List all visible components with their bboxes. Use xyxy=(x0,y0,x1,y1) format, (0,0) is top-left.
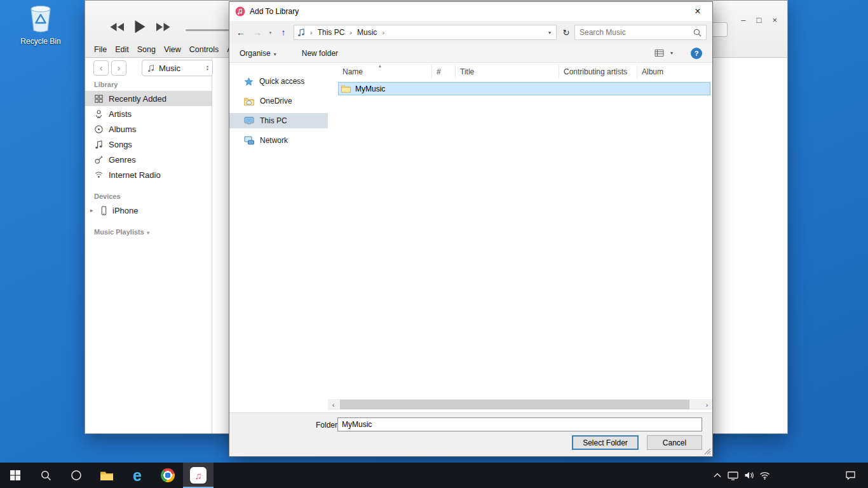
music-note-icon xyxy=(147,64,154,72)
dialog-navigation-bar: ← → ▾ ↑ › This PC › Music › ▾ ↻ Search M… xyxy=(229,21,712,44)
volume-icon[interactable] xyxy=(741,471,757,480)
back-button[interactable]: ← xyxy=(233,27,248,37)
view-options-button[interactable]: ▾ xyxy=(654,49,673,57)
sidebar-item-recently-added[interactable]: Recently Added xyxy=(85,91,212,106)
new-folder-button[interactable]: New folder xyxy=(302,49,338,58)
volume-slider[interactable] xyxy=(186,29,229,31)
column-album[interactable]: Album xyxy=(637,65,710,79)
chevron-down-icon: ▾ xyxy=(274,51,276,57)
sidebar-item-artists[interactable]: Artists xyxy=(85,106,212,121)
menu-view[interactable]: View xyxy=(164,45,181,54)
scroll-left-icon[interactable]: ‹ xyxy=(328,401,339,409)
display-icon[interactable] xyxy=(725,471,741,480)
sort-ascending-icon: ▴ xyxy=(379,63,381,69)
expander-icon[interactable]: ▸ xyxy=(90,207,95,214)
nav-item-this-pc[interactable]: This PC xyxy=(229,113,328,128)
help-button[interactable]: ? xyxy=(691,48,702,59)
column-title[interactable]: Title xyxy=(456,65,559,79)
computer-icon xyxy=(244,116,254,125)
dialog-body: Quick access OneDrive xyxy=(229,63,712,412)
system-tray xyxy=(709,463,868,488)
itunes-app-icon xyxy=(235,6,245,17)
internet-explorer-button[interactable]: e xyxy=(122,463,153,488)
scrollbar-thumb[interactable] xyxy=(340,400,689,409)
refresh-button[interactable]: ↻ xyxy=(559,28,573,37)
action-center-button[interactable] xyxy=(835,471,865,480)
sidebar-item-internet-radio[interactable]: Internet Radio xyxy=(85,167,212,182)
menu-controls[interactable]: Controls xyxy=(189,45,219,54)
column-number[interactable]: # xyxy=(432,65,456,79)
maximize-icon[interactable]: □ xyxy=(757,15,762,25)
recent-locations-dropdown[interactable]: ▾ xyxy=(266,30,275,36)
hidden-icons-chevron[interactable] xyxy=(709,473,725,478)
scroll-right-icon[interactable]: › xyxy=(702,401,712,409)
next-button[interactable] xyxy=(156,22,171,32)
start-button[interactable] xyxy=(0,463,31,488)
network-wifi-icon[interactable] xyxy=(757,471,773,480)
dialog-command-bar: Organise▾ New folder ▾ ? xyxy=(229,44,712,63)
play-button[interactable] xyxy=(134,20,146,34)
minimize-icon[interactable]: – xyxy=(741,15,745,25)
folder-icon xyxy=(341,85,351,93)
address-dropdown-icon[interactable]: ▾ xyxy=(548,30,553,36)
menu-file[interactable]: File xyxy=(94,45,107,54)
sidebar-item-songs[interactable]: Songs xyxy=(85,137,212,152)
sidebar-item-albums[interactable]: Albums xyxy=(85,121,212,137)
menu-song[interactable]: Song xyxy=(137,45,156,54)
column-headers: ▴ Name # Title Contributing artists Albu… xyxy=(338,65,710,79)
scrollbar-track[interactable] xyxy=(339,399,702,410)
microphone-icon xyxy=(94,109,104,119)
recycle-bin-label: Recycle Bin xyxy=(18,37,64,46)
breadcrumb-separator: › xyxy=(305,29,318,36)
song-note-icon xyxy=(94,140,104,149)
itunes-sidebar: ‹ › Music ▴▾ xyxy=(85,58,212,433)
resize-grip[interactable] xyxy=(704,448,711,455)
horizontal-scrollbar[interactable]: ‹ › xyxy=(328,399,712,410)
menu-edit[interactable]: Edit xyxy=(115,45,129,54)
file-explorer-button[interactable] xyxy=(92,463,122,488)
file-row-mymusic[interactable]: MyMusic xyxy=(338,82,710,95)
taskbar-search-button[interactable] xyxy=(31,463,61,488)
organise-menu[interactable]: Organise▾ xyxy=(240,49,276,58)
taskbar: e ♫ xyxy=(0,463,868,488)
search-box[interactable]: Search Music xyxy=(574,25,707,40)
cancel-button[interactable]: Cancel xyxy=(647,435,702,450)
file-list: ▴ Name # Title Contributing artists Albu… xyxy=(328,63,712,412)
previous-button[interactable] xyxy=(109,22,125,32)
nav-item-onedrive[interactable]: OneDrive xyxy=(229,93,328,109)
breadcrumb-music[interactable]: Music xyxy=(357,28,377,37)
network-icon xyxy=(244,136,254,145)
recycle-bin-glyph xyxy=(28,4,53,33)
grid-icon xyxy=(94,94,104,104)
devices-header: Devices xyxy=(85,193,212,203)
windows-logo-icon xyxy=(10,470,20,480)
dialog-close-button[interactable]: × xyxy=(683,2,712,21)
close-icon[interactable]: × xyxy=(772,15,777,25)
chrome-button[interactable] xyxy=(153,463,183,488)
select-folder-button[interactable]: Select Folder xyxy=(572,435,639,450)
itunes-forward-button[interactable]: › xyxy=(111,60,126,76)
itunes-sidebar-list: Library Recently Added Artists Albums xyxy=(85,81,212,238)
column-contributing-artists[interactable]: Contributing artists xyxy=(559,65,637,79)
recycle-bin-icon[interactable]: Recycle Bin xyxy=(18,4,64,46)
nav-item-network[interactable]: Network xyxy=(229,133,328,148)
itunes-taskbar-button[interactable]: ♫ xyxy=(183,463,214,488)
iphone-icon xyxy=(100,206,107,215)
sidebar-item-genres[interactable]: Genres xyxy=(85,152,212,167)
itunes-back-button[interactable]: ‹ xyxy=(93,60,109,76)
column-name[interactable]: ▴ Name xyxy=(338,65,432,79)
nav-item-quick-access[interactable]: Quick access xyxy=(229,74,328,89)
library-header: Library xyxy=(85,81,212,91)
music-playlists-header[interactable]: Music Playlists▾ xyxy=(85,228,212,238)
media-picker-dropdown[interactable]: Music ▴▾ xyxy=(142,60,213,76)
chrome-icon xyxy=(161,468,175,482)
cortana-button[interactable] xyxy=(61,463,92,488)
folder-name-input[interactable] xyxy=(337,417,702,431)
breadcrumb-this-pc[interactable]: This PC xyxy=(318,28,345,37)
address-bar[interactable]: › This PC › Music › ▾ xyxy=(294,25,557,40)
up-button[interactable]: ↑ xyxy=(276,27,291,37)
sidebar-item-iphone[interactable]: ▸ iPhone xyxy=(85,203,212,218)
folder-label: Folder: xyxy=(316,421,339,430)
forward-button[interactable]: → xyxy=(250,27,265,37)
search-placeholder: Search Music xyxy=(580,28,626,37)
